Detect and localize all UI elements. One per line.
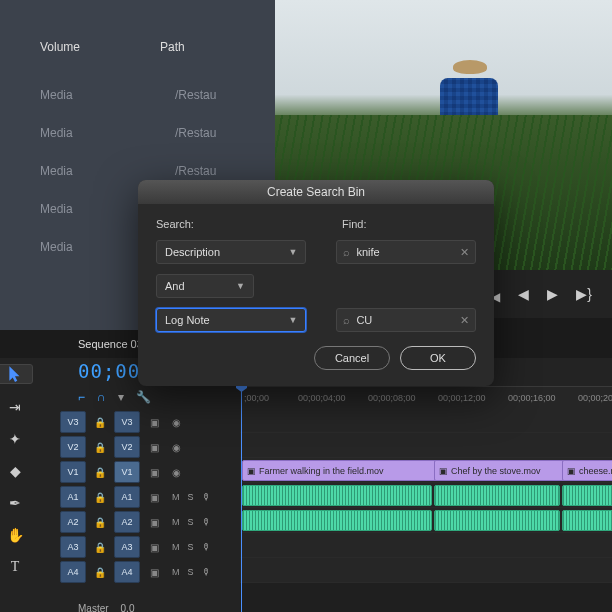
sync-lock-icon[interactable]: ▣ bbox=[146, 514, 162, 530]
sync-lock-icon[interactable]: ▣ bbox=[146, 464, 162, 480]
step-forward-icon[interactable]: ▶} bbox=[576, 286, 592, 302]
video-clip[interactable]: ▣cheese.mo bbox=[562, 460, 612, 481]
mic-icon[interactable]: 🎙 bbox=[202, 492, 211, 502]
mute-button[interactable]: M bbox=[172, 492, 180, 502]
clear-icon[interactable]: ✕ bbox=[460, 246, 469, 259]
timeline-canvas[interactable]: ▣Farmer walking in the field.mov ▣Chef b… bbox=[240, 408, 612, 612]
clear-icon[interactable]: ✕ bbox=[460, 314, 469, 327]
master-track[interactable]: Master0.0 bbox=[78, 603, 134, 612]
mute-button[interactable]: M bbox=[172, 542, 180, 552]
cancel-button[interactable]: Cancel bbox=[314, 346, 390, 370]
mic-icon[interactable]: 🎙 bbox=[202, 567, 211, 577]
lock-icon[interactable]: 🔒 bbox=[92, 564, 108, 580]
track-select-tool-icon[interactable]: ⇥ bbox=[6, 398, 24, 416]
project-row[interactable]: Media/Restau bbox=[40, 114, 275, 152]
search-icon: ⌕ bbox=[343, 314, 350, 326]
eye-icon[interactable]: ◉ bbox=[168, 464, 184, 480]
pen-tool-icon[interactable]: ✒ bbox=[6, 494, 24, 512]
tool-palette: ⇥ ✦ ◆ ✒ ✋ T bbox=[0, 358, 30, 612]
mic-icon[interactable]: 🎙 bbox=[202, 542, 211, 552]
search-field-2-select[interactable]: Log Note▼ bbox=[156, 308, 306, 332]
audio-clip[interactable] bbox=[242, 485, 432, 506]
play-icon[interactable]: ▶ bbox=[547, 286, 558, 302]
lock-icon[interactable]: 🔒 bbox=[92, 439, 108, 455]
operator-select[interactable]: And▼ bbox=[156, 274, 254, 298]
sync-lock-icon[interactable]: ▣ bbox=[146, 564, 162, 580]
hand-tool-icon[interactable]: ✋ bbox=[6, 526, 24, 544]
search-field-1-select[interactable]: Description▼ bbox=[156, 240, 306, 264]
playhead[interactable] bbox=[241, 386, 242, 612]
time-ruler[interactable]: ;00;00 00;00;04;00 00;00;08;00 00;00;12;… bbox=[240, 386, 612, 409]
linked-selection-icon[interactable]: ∩ bbox=[97, 390, 106, 404]
lock-icon[interactable]: 🔒 bbox=[92, 539, 108, 555]
video-clip[interactable]: ▣Farmer walking in the field.mov bbox=[242, 460, 440, 481]
mute-button[interactable]: M bbox=[172, 567, 180, 577]
find-label: Find: bbox=[342, 218, 366, 230]
ok-button[interactable]: OK bbox=[400, 346, 476, 370]
sync-lock-icon[interactable]: ▣ bbox=[146, 439, 162, 455]
track-header-panel: V3🔒V3▣◉ V2🔒V2▣◉ V1🔒V1▣◉ A1🔒A1▣MS🎙 A2🔒A2▣… bbox=[60, 410, 238, 585]
mute-button[interactable]: M bbox=[172, 517, 180, 527]
eye-icon[interactable]: ◉ bbox=[168, 439, 184, 455]
track-header-a1[interactable]: A1🔒A1▣MS🎙 bbox=[60, 485, 238, 509]
track-header-a3[interactable]: A3🔒A3▣MS🎙 bbox=[60, 535, 238, 559]
step-back-icon[interactable]: ◀ bbox=[518, 286, 529, 302]
audio-clip[interactable] bbox=[434, 510, 560, 531]
solo-button[interactable]: S bbox=[188, 517, 194, 527]
mic-icon[interactable]: 🎙 bbox=[202, 517, 211, 527]
track-header-a2[interactable]: A2🔒A2▣MS🎙 bbox=[60, 510, 238, 534]
chevron-down-icon: ▼ bbox=[288, 315, 297, 325]
ripple-edit-tool-icon[interactable]: ✦ bbox=[6, 430, 24, 448]
solo-button[interactable]: S bbox=[188, 492, 194, 502]
track-header-v3[interactable]: V3🔒V3▣◉ bbox=[60, 410, 238, 434]
audio-clip[interactable] bbox=[562, 510, 612, 531]
dialog-title: Create Search Bin bbox=[138, 180, 494, 204]
lock-icon[interactable]: 🔒 bbox=[92, 514, 108, 530]
snap-icon[interactable]: ⌐ bbox=[78, 390, 85, 404]
col-volume[interactable]: Volume bbox=[40, 40, 80, 54]
create-search-bin-dialog: Create Search Bin Search: Find: Descript… bbox=[138, 180, 494, 386]
track-header-v2[interactable]: V2🔒V2▣◉ bbox=[60, 435, 238, 459]
chevron-down-icon: ▼ bbox=[236, 281, 245, 291]
eye-icon[interactable]: ◉ bbox=[168, 414, 184, 430]
sync-lock-icon[interactable]: ▣ bbox=[146, 414, 162, 430]
track-header-a4[interactable]: A4🔒A4▣MS🎙 bbox=[60, 560, 238, 584]
settings-icon[interactable]: 🔧 bbox=[136, 390, 151, 404]
col-path[interactable]: Path bbox=[160, 40, 185, 54]
chevron-down-icon: ▼ bbox=[288, 247, 297, 257]
find-value-2-input[interactable]: ⌕CU✕ bbox=[336, 308, 476, 332]
audio-clip[interactable] bbox=[434, 485, 560, 506]
lock-icon[interactable]: 🔒 bbox=[92, 414, 108, 430]
search-icon: ⌕ bbox=[343, 246, 350, 258]
selection-tool-icon[interactable] bbox=[0, 364, 33, 384]
project-row[interactable]: Media/Restau bbox=[40, 76, 275, 114]
razor-tool-icon[interactable]: ◆ bbox=[6, 462, 24, 480]
audio-clip[interactable] bbox=[242, 510, 432, 531]
track-header-v1[interactable]: V1🔒V1▣◉ bbox=[60, 460, 238, 484]
solo-button[interactable]: S bbox=[188, 567, 194, 577]
solo-button[interactable]: S bbox=[188, 542, 194, 552]
find-value-1-input[interactable]: ⌕knife✕ bbox=[336, 240, 476, 264]
marker-icon[interactable]: ▾ bbox=[118, 390, 124, 404]
lock-icon[interactable]: 🔒 bbox=[92, 489, 108, 505]
sync-lock-icon[interactable]: ▣ bbox=[146, 539, 162, 555]
audio-clip[interactable] bbox=[562, 485, 612, 506]
video-clip[interactable]: ▣Chef by the stove.mov bbox=[434, 460, 568, 481]
type-tool-icon[interactable]: T bbox=[6, 558, 24, 576]
lock-icon[interactable]: 🔒 bbox=[92, 464, 108, 480]
sync-lock-icon[interactable]: ▣ bbox=[146, 489, 162, 505]
search-label: Search: bbox=[156, 218, 312, 230]
sequence-tab[interactable]: Sequence 03 bbox=[78, 338, 143, 350]
